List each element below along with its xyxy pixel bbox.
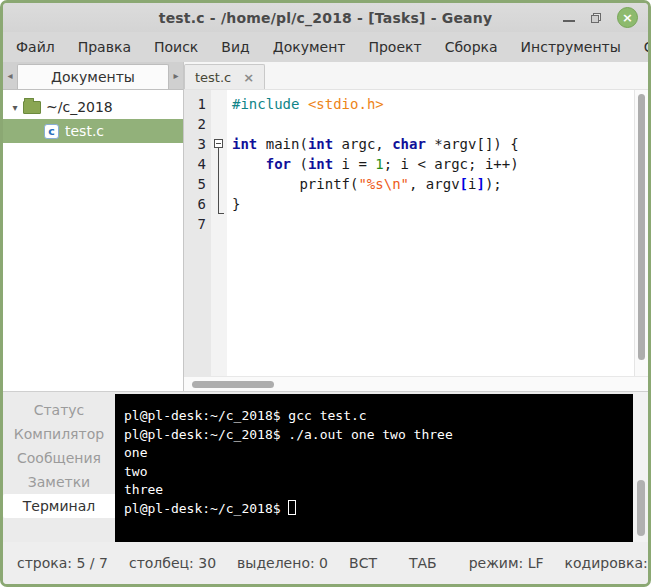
code-line[interactable]: } xyxy=(232,194,634,214)
code-token: main( xyxy=(257,136,308,152)
code-token: , argv xyxy=(409,176,460,192)
fold-guide-line xyxy=(218,148,219,213)
fold-collapse-icon[interactable] xyxy=(214,139,223,148)
c-file-icon: c xyxy=(44,124,59,139)
line-number: 1 xyxy=(184,94,206,114)
statusbar: строка: 5 / 7столбец: 30выделено: 0ВСТТА… xyxy=(3,542,648,584)
editor-body: 1234567 #include <stdio.h>int main(int a… xyxy=(184,90,648,376)
code-token: <stdio.h> xyxy=(308,96,384,112)
tree-row-folder[interactable]: ▾ ~/c_2018 xyxy=(3,95,183,119)
status-item-3: ВСТ xyxy=(349,555,377,571)
main-area: ◂ Документы ▸ ▾ ~/c_2018 c test.c test. xyxy=(3,62,648,391)
code-token: #include xyxy=(232,96,299,112)
bottom-tab-Компилятор[interactable]: Компилятор xyxy=(3,422,115,446)
code-token: } xyxy=(232,196,240,212)
code-line[interactable] xyxy=(232,114,634,134)
close-icon[interactable]: × xyxy=(617,7,638,28)
file-label: test.c xyxy=(65,123,104,139)
folder-label: ~/c_2018 xyxy=(46,99,113,115)
bottom-panel: СтатусКомпиляторСообщенияЗаметкиТерминал… xyxy=(3,391,648,542)
editor-tab-testc[interactable]: test.c × xyxy=(184,64,265,89)
code-line[interactable] xyxy=(232,214,634,234)
menu-item-6[interactable]: Сборка xyxy=(445,39,498,55)
line-number: 4 xyxy=(184,154,206,174)
terminal-cursor xyxy=(288,500,296,515)
sidebar: ◂ Документы ▸ ▾ ~/c_2018 c test.c xyxy=(3,62,184,391)
code-token: char xyxy=(392,136,426,152)
code-token: printf( xyxy=(232,176,358,192)
status-item-6: кодировка: UTF... xyxy=(565,555,651,571)
status-item-5: режим: LF xyxy=(469,555,544,571)
code-token: int xyxy=(308,136,333,152)
code-line[interactable]: #include <stdio.h> xyxy=(232,94,634,114)
minimize-icon[interactable] xyxy=(563,20,575,22)
bottom-tab-Терминал[interactable]: Терминал xyxy=(3,494,115,518)
sidebar-tab-strip: ◂ Документы ▸ xyxy=(3,62,183,90)
menu-item-7[interactable]: Инструменты xyxy=(521,39,621,55)
code-token: int xyxy=(308,156,333,172)
window-controls: × xyxy=(563,7,648,28)
editor-horizontal-scrollbar[interactable] xyxy=(184,376,648,391)
bottom-tab-Сообщения[interactable]: Сообщения xyxy=(3,446,115,470)
status-item-1: столбец: 30 xyxy=(129,555,216,571)
menu-item-3[interactable]: Вид xyxy=(221,39,249,55)
code-line[interactable]: int main(int argc, char *argv[]) { xyxy=(232,134,634,154)
code-token: *argv[]) { xyxy=(426,136,519,152)
line-number: 5 xyxy=(184,174,206,194)
menu-item-8[interactable]: Справка xyxy=(644,39,651,55)
code-token xyxy=(299,96,307,112)
code-token: i = xyxy=(333,156,375,172)
tab-close-icon[interactable]: × xyxy=(243,70,254,85)
line-number: 6 xyxy=(184,194,206,214)
editor-column: test.c × 1234567 #include <stdio.h>int m… xyxy=(184,62,648,391)
bottom-tab-Статус[interactable]: Статус xyxy=(3,398,115,422)
scrollbar-thumb[interactable] xyxy=(637,480,645,536)
terminal-line: three xyxy=(124,481,633,500)
code-token xyxy=(232,156,266,172)
menu-item-5[interactable]: Проект xyxy=(368,39,421,55)
line-number: 3 xyxy=(184,134,206,154)
line-number-gutter: 1234567 xyxy=(184,90,211,376)
terminal-scrollbar[interactable] xyxy=(633,392,648,542)
status-item-4: ТАБ xyxy=(409,555,437,571)
code-line[interactable]: printf("%s\n", argv[i]); xyxy=(232,174,634,194)
scrollbar-thumb[interactable] xyxy=(638,94,645,360)
terminal-line: pl@pl-desk:~/c_2018$ gcc test.c xyxy=(124,407,633,426)
documents-tree: ▾ ~/c_2018 c test.c xyxy=(3,90,183,143)
code-area[interactable]: #include <stdio.h>int main(int argc, cha… xyxy=(227,90,634,376)
line-number: 7 xyxy=(184,214,206,234)
menu-item-2[interactable]: Поиск xyxy=(154,39,198,55)
code-token: [ xyxy=(460,176,468,192)
tab-scroll-right-icon[interactable]: ▸ xyxy=(169,62,183,89)
code-token: 1 xyxy=(375,156,383,172)
editor-tab-strip: test.c × xyxy=(184,62,648,90)
terminal-line: two xyxy=(124,463,633,482)
code-token: for xyxy=(266,156,291,172)
sidebar-tab-documents[interactable]: Документы xyxy=(17,64,169,89)
tree-row-file-selected[interactable]: c test.c xyxy=(3,119,183,143)
expander-icon[interactable]: ▾ xyxy=(7,102,23,113)
terminal[interactable]: pl@pl-desk:~/c_2018$ gcc test.cpl@pl-des… xyxy=(115,394,633,542)
bottom-tab-list: СтатусКомпиляторСообщенияЗаметкиТерминал xyxy=(3,392,115,542)
terminal-line: pl@pl-desk:~/c_2018$ xyxy=(124,500,633,519)
code-line[interactable]: for (int i = 1; i < argc; i++) xyxy=(232,154,634,174)
bottom-tab-Заметки[interactable]: Заметки xyxy=(3,470,115,494)
titlebar[interactable]: test.c - /home/pl/c_2018 - [Tasks] - Gea… xyxy=(3,3,648,32)
editor-vertical-scrollbar[interactable] xyxy=(634,90,648,376)
tab-scroll-left-icon[interactable]: ◂ xyxy=(3,62,17,89)
geany-window: test.c - /home/pl/c_2018 - [Tasks] - Gea… xyxy=(0,0,651,587)
code-token: "%s\n" xyxy=(358,176,409,192)
scrollbar-thumb[interactable] xyxy=(192,381,274,388)
menu-item-1[interactable]: Правка xyxy=(78,39,131,55)
code-token: int xyxy=(232,136,257,152)
window-title: test.c - /home/pl/c_2018 - [Tasks] - Gea… xyxy=(3,10,648,26)
status-item-2: выделено: 0 xyxy=(237,555,328,571)
fold-margin xyxy=(211,90,227,376)
terminal-line: one xyxy=(124,444,633,463)
menu-item-0[interactable]: Файл xyxy=(16,39,55,55)
terminal-line: pl@pl-desk:~/c_2018$ ./a.out one two thr… xyxy=(124,426,633,445)
menu-item-4[interactable]: Документ xyxy=(273,39,346,55)
code-token: argc, xyxy=(333,136,392,152)
restore-icon[interactable] xyxy=(591,13,601,23)
code-token: ; i < argc; i++) xyxy=(384,156,519,172)
